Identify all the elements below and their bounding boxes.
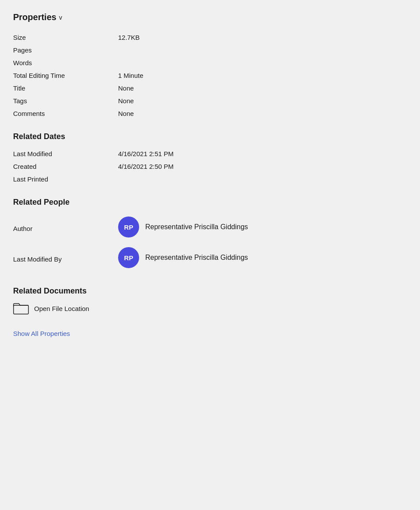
person-name: Representative Priscilla Giddings: [145, 223, 248, 231]
property-label: Comments: [13, 107, 118, 120]
person-role-label: Author: [13, 213, 118, 244]
person-role-label: Last Modified By: [13, 244, 118, 274]
open-file-location-label: Open File Location: [34, 305, 89, 312]
folder-icon: [13, 302, 29, 315]
related-dates-heading: Related Dates: [13, 132, 407, 141]
open-file-location-row[interactable]: Open File Location: [13, 302, 407, 315]
table-row: Words: [13, 56, 407, 69]
related-documents-heading: Related Documents: [13, 286, 407, 296]
property-label: Pages: [13, 44, 118, 56]
person-info: RPRepresentative Priscilla Giddings: [118, 213, 407, 244]
table-row: TitleNone: [13, 82, 407, 94]
table-row: TagsNone: [13, 94, 407, 107]
related-dates-table: Last Modified4/16/2021 2:51 PMCreated4/1…: [13, 147, 407, 185]
table-row: Last Printed: [13, 173, 407, 185]
property-label: Title: [13, 82, 118, 94]
date-label: Last Printed: [13, 173, 118, 185]
properties-panel: Properties v Size12.7KBPagesWordsTotal E…: [0, 0, 420, 355]
property-value: None: [118, 82, 407, 94]
date-label: Last Modified: [13, 147, 118, 160]
person-name: Representative Priscilla Giddings: [145, 254, 248, 262]
table-row: CommentsNone: [13, 107, 407, 120]
avatar: RP: [118, 247, 139, 268]
property-value: [118, 44, 407, 56]
avatar: RP: [118, 217, 139, 238]
property-label: Total Editing Time: [13, 69, 118, 82]
property-label: Tags: [13, 94, 118, 107]
table-row: Created4/16/2021 2:50 PM: [13, 160, 407, 173]
table-row: Size12.7KB: [13, 31, 407, 44]
table-row: AuthorRPRepresentative Priscilla Gidding…: [13, 213, 407, 244]
date-value: 4/16/2021 2:51 PM: [118, 147, 407, 160]
related-people-heading: Related People: [13, 198, 407, 207]
related-people-table: AuthorRPRepresentative Priscilla Gidding…: [13, 213, 407, 274]
show-all-properties-link[interactable]: Show All Properties: [13, 330, 70, 337]
person-info: RPRepresentative Priscilla Giddings: [118, 244, 407, 274]
property-label: Size: [13, 31, 118, 44]
property-value: None: [118, 94, 407, 107]
table-row: Pages: [13, 44, 407, 56]
date-value: 4/16/2021 2:50 PM: [118, 160, 407, 173]
table-row: Total Editing Time1 Minute: [13, 69, 407, 82]
date-label: Created: [13, 160, 118, 173]
date-value: [118, 173, 407, 185]
person-row: RPRepresentative Priscilla Giddings: [118, 217, 407, 238]
chevron-down-icon[interactable]: v: [59, 14, 62, 21]
svg-rect-0: [14, 305, 28, 314]
panel-title: Properties v: [13, 12, 407, 22]
person-row: RPRepresentative Priscilla Giddings: [118, 247, 407, 268]
property-value: 12.7KB: [118, 31, 407, 44]
property-value: None: [118, 107, 407, 120]
properties-title-text: Properties: [13, 12, 56, 22]
property-label: Words: [13, 56, 118, 69]
property-value: [118, 56, 407, 69]
table-row: Last Modified ByRPRepresentative Priscil…: [13, 244, 407, 274]
table-row: Last Modified4/16/2021 2:51 PM: [13, 147, 407, 160]
property-value: 1 Minute: [118, 69, 407, 82]
properties-table: Size12.7KBPagesWordsTotal Editing Time1 …: [13, 31, 407, 120]
